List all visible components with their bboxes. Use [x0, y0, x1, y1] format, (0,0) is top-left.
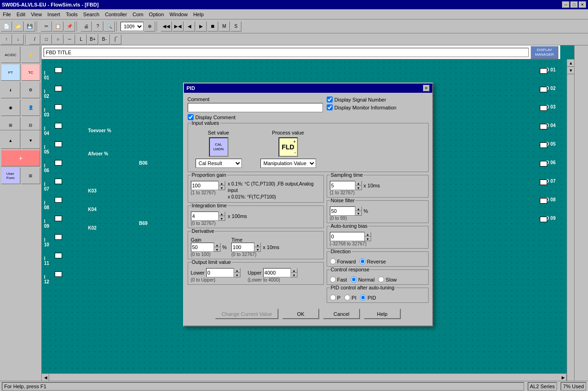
menu-view[interactable]: View: [28, 11, 45, 18]
lower-up[interactable]: ▲: [234, 268, 240, 273]
cancel-button[interactable]: Cancel: [323, 308, 360, 319]
toolbar-btn-5[interactable]: ◀◀: [161, 21, 172, 32]
display-comment-checkbox-label[interactable]: Display Comment: [188, 114, 323, 120]
display-comment-checkbox[interactable]: [188, 114, 194, 120]
menu-controller[interactable]: Controller: [102, 11, 130, 18]
left-btn-pt[interactable]: PT: [1, 64, 20, 81]
control-normal-label[interactable]: Normal: [351, 276, 374, 282]
sampling-time-down[interactable]: ▼: [355, 186, 362, 190]
save-button[interactable]: 💾: [24, 21, 35, 32]
menu-edit[interactable]: Edit: [14, 11, 28, 18]
manipulation-value-dropdown[interactable]: Manipulation Value: [260, 159, 316, 168]
auto-tuning-bias-up[interactable]: ▲: [365, 232, 371, 237]
minimize-button[interactable]: ─: [562, 1, 569, 8]
help-button[interactable]: ?: [92, 21, 103, 32]
cut-button[interactable]: ✂: [41, 21, 52, 32]
change-current-value-button[interactable]: Change Current Value: [215, 308, 278, 319]
toolbar-btn-6[interactable]: ▶◀: [172, 21, 183, 32]
dialog-close-button[interactable]: ✕: [423, 85, 430, 91]
direction-forward-radio[interactable]: [330, 258, 336, 264]
draw-btn-9[interactable]: B-: [99, 34, 110, 45]
menu-help[interactable]: Help: [190, 11, 207, 18]
pid-pid-radio[interactable]: [360, 295, 366, 301]
upper-up[interactable]: ▲: [291, 268, 297, 273]
control-fast-radio[interactable]: [330, 276, 336, 282]
sampling-time-up[interactable]: ▲: [355, 181, 362, 186]
draw-btn-10[interactable]: |‾: [110, 34, 121, 45]
control-slow-label[interactable]: Slow: [378, 276, 397, 282]
pid-p-label[interactable]: P: [330, 295, 341, 301]
gain-down[interactable]: ▼: [214, 247, 221, 252]
open-button[interactable]: 📁: [13, 21, 24, 32]
left-btn-thermo[interactable]: 🌡: [1, 82, 20, 98]
comment-input[interactable]: [188, 103, 323, 112]
noise-filter-up[interactable]: ▲: [355, 206, 362, 211]
pid-pi-radio[interactable]: [344, 295, 350, 301]
time-down[interactable]: ▼: [254, 247, 261, 252]
draw-btn-4[interactable]: □: [41, 34, 52, 45]
upper-down[interactable]: ▼: [291, 273, 297, 277]
zoom-select[interactable]: 100% 75% 150%: [120, 22, 144, 31]
copy-button[interactable]: 📋: [52, 21, 63, 32]
left-btn-icon2[interactable]: ⚡: [21, 46, 41, 63]
maximize-button[interactable]: □: [570, 1, 578, 8]
noise-filter-input[interactable]: [330, 206, 355, 216]
gain-input[interactable]: [191, 243, 214, 252]
direction-forward-label[interactable]: Forward: [330, 258, 356, 264]
draw-btn-3[interactable]: /: [29, 34, 40, 45]
draw-btn-1[interactable]: ↑: [1, 34, 12, 45]
lower-input[interactable]: [206, 268, 234, 277]
zoom-button[interactable]: ⊕: [144, 21, 155, 32]
display-signal-checkbox[interactable]: [327, 96, 333, 103]
menu-tools[interactable]: Tools: [63, 11, 81, 18]
cal-result-dropdown[interactable]: Cal Result: [196, 159, 242, 168]
control-fast-label[interactable]: Fast: [330, 276, 347, 282]
proportion-gain-input[interactable]: [191, 181, 219, 190]
menu-insert[interactable]: Insert: [44, 11, 63, 18]
left-btn-icon6[interactable]: ⚙: [21, 82, 41, 98]
scroll-up-button[interactable]: ▲: [567, 59, 574, 67]
new-button[interactable]: 📄: [1, 21, 12, 32]
paste-button[interactable]: 📌: [64, 21, 75, 32]
proportion-gain-down[interactable]: ▼: [219, 186, 225, 190]
integration-time-input[interactable]: [191, 212, 219, 221]
display-signal-checkbox-label[interactable]: Display Signal Number: [327, 96, 429, 103]
direction-reverse-label[interactable]: Reverse: [360, 258, 386, 264]
left-btn-up[interactable]: ▲: [1, 132, 20, 149]
print-button[interactable]: 🖨: [81, 21, 92, 32]
pid-pi-label[interactable]: PI: [344, 295, 356, 301]
draw-btn-7[interactable]: L: [76, 34, 87, 45]
left-btn-plus[interactable]: +: [1, 150, 40, 167]
menu-option[interactable]: Option: [146, 11, 166, 18]
time-up[interactable]: ▲: [254, 243, 261, 247]
control-slow-radio[interactable]: [378, 276, 384, 282]
auto-tuning-bias-input[interactable]: [330, 232, 365, 241]
display-monitor-checkbox-label[interactable]: Display Monitor Information: [327, 104, 429, 110]
direction-reverse-radio[interactable]: [360, 258, 366, 264]
toolbar-btn-9[interactable]: ⏹: [207, 21, 218, 32]
pid-p-radio[interactable]: [330, 295, 336, 301]
integration-time-up[interactable]: ▲: [219, 212, 225, 216]
search-button[interactable]: 🔍: [104, 21, 115, 32]
menu-search[interactable]: Search: [81, 11, 102, 18]
left-btn-man[interactable]: 👤: [21, 99, 41, 116]
noise-filter-down[interactable]: ▼: [355, 211, 362, 216]
auto-tuning-bias-down[interactable]: ▼: [365, 237, 371, 241]
help-dialog-button[interactable]: Help: [364, 308, 401, 319]
lower-down[interactable]: ▼: [234, 273, 240, 277]
left-btn-user[interactable]: UserFunc: [1, 167, 20, 184]
draw-btn-8[interactable]: B+: [87, 34, 98, 45]
toolbar-btn-8[interactable]: ▶: [196, 21, 207, 32]
left-btn-grid2[interactable]: ⊞: [21, 167, 41, 184]
control-normal-radio[interactable]: [351, 276, 357, 282]
display-manager-button[interactable]: DISPLAYMANAGER: [531, 46, 558, 59]
toolbar-btn-11[interactable]: S: [230, 21, 241, 32]
fbd-title-input[interactable]: FBD TITLE: [44, 48, 529, 57]
toolbar-btn-7[interactable]: ◀: [184, 21, 195, 32]
pid-pid-label[interactable]: PID: [360, 295, 376, 301]
menu-file[interactable]: File: [0, 11, 14, 18]
proportion-gain-up[interactable]: ▲: [219, 181, 225, 186]
draw-btn-6[interactable]: ─: [64, 34, 75, 45]
draw-btn-5[interactable]: ○: [52, 34, 63, 45]
gain-up[interactable]: ▲: [214, 243, 221, 247]
